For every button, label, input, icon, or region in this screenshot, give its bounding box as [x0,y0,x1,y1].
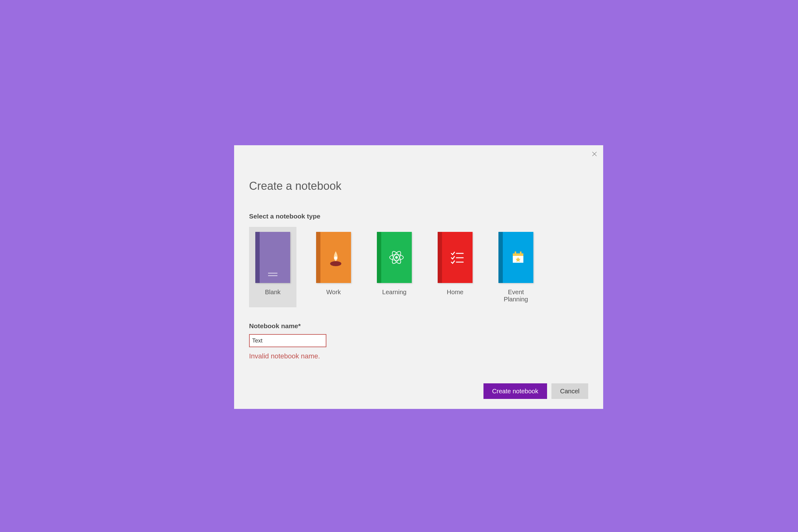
notebook-icon-blank [255,232,290,283]
create-notebook-button[interactable]: Create notebook [483,383,547,399]
svg-point-3 [334,256,337,260]
template-label: Home [447,289,463,296]
notebook-name-input[interactable] [249,334,326,347]
notebook-name-label: Notebook name* [249,322,588,330]
create-notebook-dialog: Create a notebook Select a notebook type… [234,145,603,409]
notebook-icon-home [438,232,473,283]
notebook-icon-event [498,232,533,283]
flame-icon [328,248,343,267]
close-icon [591,151,597,157]
template-learning[interactable]: Learning [370,227,418,307]
template-work[interactable]: Work [310,227,357,307]
template-home[interactable]: Home [432,227,479,307]
svg-rect-12 [513,253,524,256]
atom-icon [388,249,405,266]
notebook-icon-work [316,232,351,283]
error-message: Invalid notebook name. [249,352,588,360]
select-type-label: Select a notebook type [249,212,588,220]
checklist-icon [450,250,465,265]
calendar-star-icon [510,250,526,265]
svg-point-2 [330,261,341,266]
dialog-title: Create a notebook [249,179,588,193]
template-label: Learning [382,289,406,296]
template-label: Work [326,289,341,296]
template-row: Blank Work [249,227,588,307]
cancel-button[interactable]: Cancel [551,383,588,399]
template-event-planning[interactable]: Event Planning [492,227,539,307]
close-button[interactable] [590,150,599,158]
svg-point-4 [395,256,398,259]
template-blank[interactable]: Blank [249,227,297,307]
template-label: Blank [265,289,281,296]
template-label: Event Planning [496,289,536,303]
svg-rect-14 [520,251,521,254]
button-row: Create notebook Cancel [483,383,588,399]
notebook-icon-learning [377,232,412,283]
svg-rect-13 [515,251,516,254]
